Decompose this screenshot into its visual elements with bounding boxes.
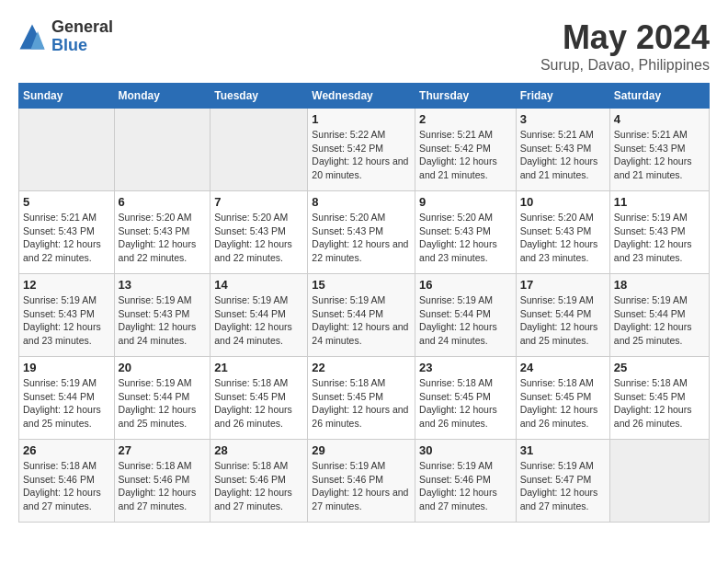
calendar-cell: 7Sunrise: 5:20 AM Sunset: 5:43 PM Daylig… <box>210 191 308 274</box>
day-info: Sunrise: 5:19 AM Sunset: 5:44 PM Dayligh… <box>419 293 512 348</box>
day-number: 23 <box>419 361 512 374</box>
calendar-cell: 16Sunrise: 5:19 AM Sunset: 5:44 PM Dayli… <box>415 274 517 357</box>
day-number: 11 <box>614 195 705 209</box>
day-number: 30 <box>419 443 512 457</box>
day-number: 28 <box>214 443 303 457</box>
day-info: Sunrise: 5:19 AM Sunset: 5:44 PM Dayligh… <box>214 293 303 348</box>
day-info: Sunrise: 5:21 AM Sunset: 5:42 PM Dayligh… <box>419 128 512 182</box>
day-info: Sunrise: 5:18 AM Sunset: 5:45 PM Dayligh… <box>312 376 411 431</box>
day-info: Sunrise: 5:19 AM Sunset: 5:44 PM Dayligh… <box>614 293 705 348</box>
day-info: Sunrise: 5:21 AM Sunset: 5:43 PM Dayligh… <box>520 128 606 182</box>
calendar-cell: 22Sunrise: 5:18 AM Sunset: 5:45 PM Dayli… <box>308 357 415 440</box>
calendar-week-row: 19Sunrise: 5:19 AM Sunset: 5:44 PM Dayli… <box>19 357 710 440</box>
calendar-week-row: 5Sunrise: 5:21 AM Sunset: 5:43 PM Daylig… <box>19 191 710 274</box>
day-info: Sunrise: 5:19 AM Sunset: 5:46 PM Dayligh… <box>312 459 411 513</box>
day-info: Sunrise: 5:19 AM Sunset: 5:43 PM Dayligh… <box>119 293 207 348</box>
day-info: Sunrise: 5:20 AM Sunset: 5:43 PM Dayligh… <box>419 211 512 265</box>
day-number: 26 <box>23 443 110 457</box>
day-info: Sunrise: 5:19 AM Sunset: 5:43 PM Dayligh… <box>614 211 705 265</box>
day-number: 21 <box>214 361 303 374</box>
day-number: 2 <box>419 112 512 126</box>
calendar-cell: 19Sunrise: 5:19 AM Sunset: 5:44 PM Dayli… <box>19 357 115 440</box>
calendar-cell: 1Sunrise: 5:22 AM Sunset: 5:42 PM Daylig… <box>308 109 415 191</box>
day-info: Sunrise: 5:19 AM Sunset: 5:43 PM Dayligh… <box>23 293 110 348</box>
day-info: Sunrise: 5:21 AM Sunset: 5:43 PM Dayligh… <box>614 128 705 182</box>
logo-general: General <box>51 18 113 37</box>
day-number: 16 <box>419 278 512 292</box>
calendar-cell <box>210 109 308 191</box>
day-number: 9 <box>419 195 512 209</box>
day-number: 8 <box>312 195 411 209</box>
day-info: Sunrise: 5:20 AM Sunset: 5:43 PM Dayligh… <box>119 211 207 265</box>
day-header-tuesday: Tuesday <box>210 84 308 109</box>
day-header-wednesday: Wednesday <box>308 84 415 109</box>
day-number: 13 <box>119 278 207 292</box>
calendar-cell: 21Sunrise: 5:18 AM Sunset: 5:45 PM Dayli… <box>210 357 308 440</box>
calendar-cell: 18Sunrise: 5:19 AM Sunset: 5:44 PM Dayli… <box>609 274 709 357</box>
day-info: Sunrise: 5:19 AM Sunset: 5:44 PM Dayligh… <box>23 376 110 431</box>
day-header-friday: Friday <box>516 84 609 109</box>
day-info: Sunrise: 5:18 AM Sunset: 5:45 PM Dayligh… <box>520 376 606 431</box>
calendar-cell: 3Sunrise: 5:21 AM Sunset: 5:43 PM Daylig… <box>516 109 609 191</box>
day-number: 10 <box>520 195 606 209</box>
calendar-cell: 17Sunrise: 5:19 AM Sunset: 5:44 PM Dayli… <box>516 274 609 357</box>
calendar-cell: 4Sunrise: 5:21 AM Sunset: 5:43 PM Daylig… <box>609 109 709 191</box>
day-number: 5 <box>23 195 110 209</box>
logo-text: General Blue <box>51 18 113 55</box>
calendar-cell: 26Sunrise: 5:18 AM Sunset: 5:46 PM Dayli… <box>19 440 115 523</box>
day-number: 27 <box>119 443 207 457</box>
calendar-cell: 20Sunrise: 5:19 AM Sunset: 5:44 PM Dayli… <box>114 357 210 440</box>
calendar-cell: 31Sunrise: 5:19 AM Sunset: 5:47 PM Dayli… <box>516 440 609 523</box>
calendar-cell: 2Sunrise: 5:21 AM Sunset: 5:42 PM Daylig… <box>415 109 517 191</box>
day-info: Sunrise: 5:20 AM Sunset: 5:43 PM Dayligh… <box>520 211 606 265</box>
calendar-cell <box>19 109 115 191</box>
day-info: Sunrise: 5:18 AM Sunset: 5:46 PM Dayligh… <box>23 459 110 513</box>
calendar-cell: 23Sunrise: 5:18 AM Sunset: 5:45 PM Dayli… <box>415 357 517 440</box>
calendar-week-row: 1Sunrise: 5:22 AM Sunset: 5:42 PM Daylig… <box>19 109 710 191</box>
calendar-cell: 25Sunrise: 5:18 AM Sunset: 5:45 PM Dayli… <box>609 357 709 440</box>
day-number: 14 <box>214 278 303 292</box>
location: Surup, Davao, Philippines <box>540 57 710 74</box>
day-number: 17 <box>520 278 606 292</box>
page-header: General Blue May 2024 Surup, Davao, Phil… <box>18 18 710 74</box>
title-section: May 2024 Surup, Davao, Philippines <box>540 18 710 74</box>
day-number: 15 <box>312 278 411 292</box>
calendar-week-row: 26Sunrise: 5:18 AM Sunset: 5:46 PM Dayli… <box>19 440 710 523</box>
calendar-cell: 29Sunrise: 5:19 AM Sunset: 5:46 PM Dayli… <box>308 440 415 523</box>
day-header-thursday: Thursday <box>415 84 517 109</box>
day-info: Sunrise: 5:20 AM Sunset: 5:43 PM Dayligh… <box>312 211 411 265</box>
day-info: Sunrise: 5:18 AM Sunset: 5:46 PM Dayligh… <box>119 459 207 513</box>
calendar-cell: 11Sunrise: 5:19 AM Sunset: 5:43 PM Dayli… <box>609 191 709 274</box>
day-info: Sunrise: 5:19 AM Sunset: 5:44 PM Dayligh… <box>520 293 606 348</box>
day-info: Sunrise: 5:19 AM Sunset: 5:46 PM Dayligh… <box>419 459 512 513</box>
day-header-sunday: Sunday <box>19 84 115 109</box>
day-number: 3 <box>520 112 606 126</box>
day-number: 12 <box>23 278 110 292</box>
day-number: 6 <box>119 195 207 209</box>
day-number: 18 <box>614 278 705 292</box>
day-number: 1 <box>312 112 411 126</box>
calendar-cell: 13Sunrise: 5:19 AM Sunset: 5:43 PM Dayli… <box>114 274 210 357</box>
day-number: 4 <box>614 112 705 126</box>
calendar-cell: 5Sunrise: 5:21 AM Sunset: 5:43 PM Daylig… <box>19 191 115 274</box>
day-number: 25 <box>614 361 705 374</box>
day-info: Sunrise: 5:19 AM Sunset: 5:47 PM Dayligh… <box>520 459 606 513</box>
day-number: 19 <box>23 361 110 374</box>
calendar-cell <box>114 109 210 191</box>
day-info: Sunrise: 5:18 AM Sunset: 5:45 PM Dayligh… <box>419 376 512 431</box>
day-info: Sunrise: 5:22 AM Sunset: 5:42 PM Dayligh… <box>312 128 411 182</box>
day-info: Sunrise: 5:19 AM Sunset: 5:44 PM Dayligh… <box>312 293 411 348</box>
day-number: 7 <box>214 195 303 209</box>
calendar-cell: 12Sunrise: 5:19 AM Sunset: 5:43 PM Dayli… <box>19 274 115 357</box>
day-info: Sunrise: 5:20 AM Sunset: 5:43 PM Dayligh… <box>214 211 303 265</box>
calendar-header-row: SundayMondayTuesdayWednesdayThursdayFrid… <box>19 84 710 109</box>
calendar-cell: 9Sunrise: 5:20 AM Sunset: 5:43 PM Daylig… <box>415 191 517 274</box>
day-header-saturday: Saturday <box>609 84 709 109</box>
day-info: Sunrise: 5:18 AM Sunset: 5:46 PM Dayligh… <box>214 459 303 513</box>
logo-blue: Blue <box>51 37 113 55</box>
day-number: 20 <box>119 361 207 374</box>
day-info: Sunrise: 5:18 AM Sunset: 5:45 PM Dayligh… <box>214 376 303 431</box>
calendar-cell: 14Sunrise: 5:19 AM Sunset: 5:44 PM Dayli… <box>210 274 308 357</box>
calendar-cell: 30Sunrise: 5:19 AM Sunset: 5:46 PM Dayli… <box>415 440 517 523</box>
calendar-cell: 24Sunrise: 5:18 AM Sunset: 5:45 PM Dayli… <box>516 357 609 440</box>
